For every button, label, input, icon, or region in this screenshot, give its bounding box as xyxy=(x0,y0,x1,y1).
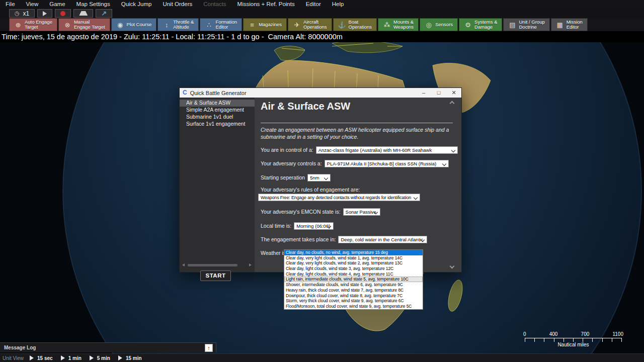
ribbon-button-label: Plot Course xyxy=(127,22,152,28)
play-icon xyxy=(43,11,47,16)
separation-select[interactable]: 5nm xyxy=(307,174,331,182)
ribbon-toolbar: ⊕ Auto Engage Target ⊗ Manual Engage Tar… xyxy=(0,18,644,31)
local-time-select[interactable]: Morning (06:00) xyxy=(294,222,334,230)
start-button[interactable]: START xyxy=(200,270,231,281)
menu-item[interactable]: Editor xyxy=(300,0,327,9)
ribbon-button[interactable]: ◎ Sensors xyxy=(420,18,458,31)
ribbon-button[interactable]: ≡ Magazines xyxy=(243,18,287,31)
scenario-list-item[interactable]: Surface 1v1 engagement xyxy=(180,121,255,128)
scenario-list-item[interactable]: Simple A2A engagement xyxy=(180,107,255,114)
menu-item[interactable]: Map Settings xyxy=(71,0,116,9)
weather-option[interactable]: Light rain, intermediate clouds, wind st… xyxy=(284,277,423,282)
mission-editor-icon: ▦ xyxy=(556,21,564,29)
ribbon-button[interactable]: ⚓ Boat Operations xyxy=(333,18,377,31)
weather-option[interactable]: Clear day, light clouds, wind state 3, a… xyxy=(284,266,423,272)
ribbon-button-label: Sensors xyxy=(435,22,453,28)
weather-option[interactable]: Clear day, light clouds, wind state 4, a… xyxy=(284,272,423,277)
scenario-settings-panel: Air & Surface ASW Create an engagement b… xyxy=(255,98,455,272)
ribbon-button[interactable]: ⚙ Systems & Damage xyxy=(459,18,502,31)
map-scale: 04007001100 Nautical miles xyxy=(523,331,624,347)
mounts-weapons-icon: ⁂ xyxy=(383,21,391,29)
time-step-button[interactable]: 15 sec xyxy=(30,355,61,361)
scrollbar-thumb[interactable] xyxy=(188,264,237,266)
scale-tick-label: 1100 xyxy=(612,331,623,337)
dialog-title: Quick Battle Generator xyxy=(190,90,247,96)
dialog-title-bar[interactable]: C Quick Battle Generator – □ ✕ xyxy=(180,88,461,98)
ribbon-button-label2: Altitude xyxy=(173,25,194,30)
ribbon-button-label2: Engage Target xyxy=(74,25,105,30)
scenario-heading: Air & Surface ASW xyxy=(261,101,350,112)
time-step-label: 5 min xyxy=(97,355,110,361)
ribbon-button[interactable]: ∴ Formation Editor xyxy=(200,18,242,31)
emcon-select[interactable]: Sonar Passive xyxy=(343,208,380,216)
scenario-list-item[interactable]: Air & Surface ASW xyxy=(180,100,255,107)
maximize-button[interactable]: □ xyxy=(431,88,446,98)
horizontal-scrollbar[interactable] xyxy=(182,263,252,267)
ribbon-button[interactable]: ▦ Mission Editor xyxy=(551,18,588,31)
weather-option[interactable]: Shower, intermediate clouds, wind state … xyxy=(284,282,423,288)
scale-tick-label: 400 xyxy=(549,331,558,337)
ribbon-button[interactable]: ⁂ Mounts & Weapons xyxy=(378,18,419,31)
map-view-button[interactable] xyxy=(73,9,93,18)
ribbon-button[interactable]: ⊕ Auto Engage Target xyxy=(9,18,57,31)
weather-option[interactable]: Clear day, very light clouds, wind state… xyxy=(284,260,423,266)
emcon-label: Your adversary's EMCON state is: xyxy=(261,209,341,215)
control-label: You are in control of a: xyxy=(261,147,313,153)
weather-option[interactable]: Storm, very thick cloud cover, wind stat… xyxy=(284,298,423,304)
adversary-side-select[interactable]: PLA-971M Akula II [Shchuka-B] class SSN … xyxy=(325,160,449,167)
clock-icon: ◷ xyxy=(15,10,20,17)
weather-option[interactable]: Heavy rain, thick cloud cover, wind stat… xyxy=(284,288,423,293)
manual-engage-target-icon: ⊗ xyxy=(63,21,71,29)
weather-option[interactable]: Flood/Monsoon, total cloud cover, wind s… xyxy=(284,304,423,309)
scroll-up-icon[interactable] xyxy=(450,101,455,106)
close-button[interactable]: ✕ xyxy=(446,88,461,98)
menu-item[interactable]: File xyxy=(0,0,21,9)
menu-item[interactable]: Game xyxy=(44,0,70,9)
ribbon-button[interactable]: ✈ Aircraft Operations xyxy=(288,18,332,31)
play-button[interactable] xyxy=(37,9,52,18)
play-step-icon xyxy=(118,355,122,360)
play-step-icon xyxy=(61,355,65,360)
message-log-bar[interactable]: Message Log ↑ xyxy=(0,342,216,352)
scroll-left-icon[interactable] xyxy=(182,263,185,266)
record-button[interactable] xyxy=(55,9,71,18)
time-compression-control[interactable]: ◷ x1 xyxy=(9,9,35,18)
scenario-list-item[interactable]: Submarine 1v1 duel xyxy=(180,114,255,121)
quick-jump-button[interactable]: ↗ xyxy=(96,9,112,18)
weather-option[interactable]: Downpour, thick cloud cover, wind state … xyxy=(284,293,423,299)
menu-item[interactable]: Quick Jump xyxy=(116,0,157,9)
adversary-label: Your adversary controls a: xyxy=(261,160,322,166)
time-step-button[interactable]: 15 min xyxy=(118,355,150,361)
minimize-button[interactable]: – xyxy=(416,88,431,98)
location-select[interactable]: Deep, cold water in the Central Atlantic xyxy=(338,236,427,243)
roe-select[interactable]: Weapons Free: Engage any detected contac… xyxy=(258,194,420,201)
menu-item[interactable]: Missions + Ref. Points xyxy=(232,0,300,9)
menu-item[interactable]: Unit Orders xyxy=(157,0,198,9)
ribbon-button[interactable]: ↕ Throttle & Altitude xyxy=(157,18,199,31)
scroll-right-icon[interactable] xyxy=(249,263,252,266)
popout-arrow-icon[interactable]: ↑ xyxy=(205,344,213,352)
throttle-altitude-icon: ↕ xyxy=(163,21,171,29)
ribbon-button-label2: Editor xyxy=(215,25,237,30)
scroll-down-icon[interactable] xyxy=(450,264,455,269)
scenario-description: Create an engagement between an ASW heli… xyxy=(261,126,458,140)
time-step-button[interactable]: 5 min xyxy=(90,355,118,361)
weather-option[interactable]: Clear day, no clouds, no wind, avg. temp… xyxy=(284,250,423,255)
menu-bar: File View Game Map Settings Quick Jump U… xyxy=(0,0,644,9)
ribbon-button[interactable]: ⊗ Manual Engage Target xyxy=(58,18,110,31)
menu-item[interactable]: View xyxy=(21,0,44,9)
view-mode-label: Unit View xyxy=(0,355,30,361)
time-step-label: 1 min xyxy=(68,355,82,361)
time-status-bar: Time: jueves, 15 de agosto de 2019 - Zul… xyxy=(0,31,644,42)
roe-label: Your adversary's rules of engagement are… xyxy=(261,187,360,193)
ribbon-button[interactable]: ▤ Unit / Group Doctrine xyxy=(503,18,549,31)
quick-controls-bar: ◷ x1 ↗ xyxy=(0,9,644,18)
ribbon-button[interactable]: ◉ Plot Course xyxy=(111,18,157,31)
time-step-button[interactable]: 1 min xyxy=(61,355,90,361)
quick-battle-generator-window: C Quick Battle Generator – □ ✕ Air & Sur… xyxy=(179,87,462,273)
jump-arrow-icon: ↗ xyxy=(101,10,107,17)
menu-item[interactable]: Contacts xyxy=(198,0,231,9)
menu-item[interactable]: Help xyxy=(327,0,350,9)
weather-option[interactable]: Clear day, very light clouds, wind state… xyxy=(284,255,423,261)
player-side-select[interactable]: Anzac-class frigate (Australia) with MH-… xyxy=(316,146,458,154)
